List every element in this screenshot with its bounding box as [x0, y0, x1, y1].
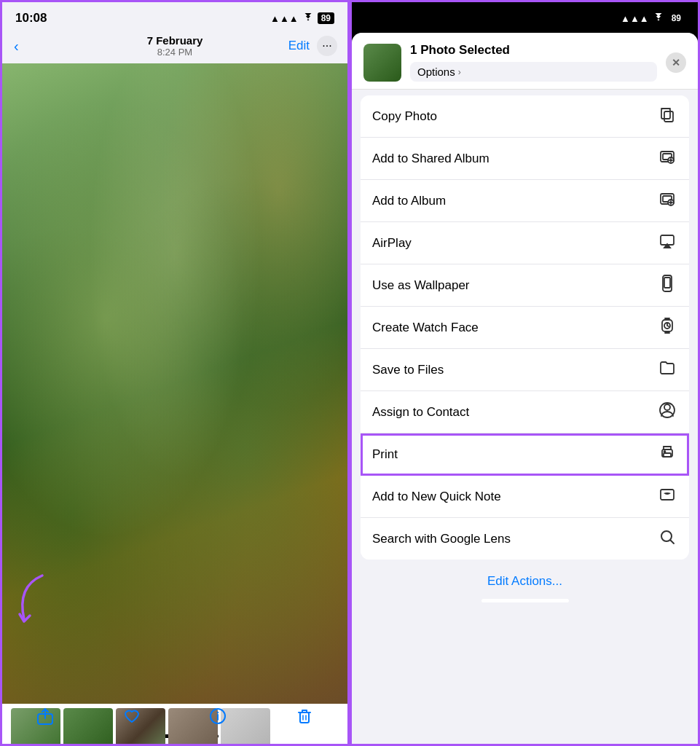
heart-button[interactable]	[122, 707, 141, 726]
svg-point-21	[664, 451, 666, 452]
copy-photo-icon	[657, 106, 677, 127]
thumbnail-2[interactable]	[63, 708, 113, 746]
info-button[interactable]	[208, 707, 227, 726]
nav-subtitle: 8:24 PM	[147, 47, 203, 58]
right-status-icons: ▲▲▲ 89	[621, 12, 685, 24]
more-icon: ···	[322, 39, 331, 52]
menu-item-airplay[interactable]: AirPlay	[361, 222, 689, 264]
airplay-icon	[657, 232, 677, 254]
print-icon	[657, 444, 677, 465]
share-sheet: 1 Photo Selected Options › ✕ Copy Photo	[352, 33, 698, 744]
menu-item-assign-contact[interactable]: Assign to Contact	[361, 391, 689, 433]
svg-rect-4	[664, 111, 673, 122]
left-battery: 89	[318, 12, 334, 24]
menu-item-wallpaper[interactable]: Use as Wallpaper	[361, 264, 689, 307]
google-lens-label: Search with Google Lens	[372, 532, 511, 546]
svg-point-2	[217, 712, 219, 713]
menu-item-print[interactable]: Print	[361, 433, 689, 476]
assign-contact-icon	[657, 401, 677, 423]
svg-rect-3	[300, 712, 309, 723]
share-title: 1 Photo Selected	[410, 43, 657, 58]
watch-face-label: Create Watch Face	[372, 321, 479, 335]
print-label: Print	[372, 447, 398, 462]
quick-note-icon	[657, 486, 677, 507]
share-header-inner: 1 Photo Selected Options ›	[410, 43, 657, 82]
svg-rect-20	[664, 453, 671, 457]
menu-section: Copy Photo Add to Shared Album	[361, 95, 689, 560]
menu-item-watch-face[interactable]: Create Watch Face	[361, 307, 689, 349]
add-album-icon	[657, 190, 677, 211]
share-header: 1 Photo Selected Options › ✕	[352, 33, 698, 90]
right-wifi-icon	[653, 13, 664, 24]
thumbnail-5[interactable]	[221, 708, 270, 746]
nav-bar: ‹ 7 February 8:24 PM Edit ···	[2, 31, 347, 63]
left-time: 10:08	[15, 11, 47, 25]
bottom-strip	[2, 704, 347, 744]
add-shared-album-icon	[657, 148, 677, 169]
wallpaper-icon	[657, 275, 677, 296]
save-files-label: Save to Files	[372, 363, 444, 377]
status-bar-right: 10:08 ▲▲▲ 89	[352, 2, 698, 31]
nav-title: 7 February	[147, 34, 203, 47]
svg-rect-14	[664, 278, 670, 288]
menu-item-quick-note[interactable]: Add to New Quick Note	[361, 476, 689, 518]
signal-icon: ▲▲▲	[270, 13, 299, 24]
edit-actions-link[interactable]: Edit Actions...	[487, 574, 562, 588]
watch-face-icon	[657, 317, 677, 338]
nav-title-block: 7 February 8:24 PM	[147, 34, 203, 58]
quick-note-label: Add to New Quick Note	[372, 490, 501, 504]
close-icon: ✕	[672, 57, 680, 68]
home-indicator-right	[481, 599, 569, 602]
edit-actions: Edit Actions...	[352, 565, 698, 594]
right-signal-icon: ▲▲▲	[621, 13, 649, 24]
svg-rect-5	[661, 109, 670, 119]
right-phone-panel: 10:08 ▲▲▲ 89 1 Photo Selected Options › …	[350, 0, 700, 746]
menu-item-copy-photo[interactable]: Copy Photo	[361, 95, 689, 138]
options-label: Options	[417, 66, 455, 78]
right-time: 10:08	[365, 11, 396, 25]
options-chevron-icon: ›	[458, 67, 461, 77]
menu-item-add-shared-album[interactable]: Add to Shared Album	[361, 138, 689, 180]
menu-item-add-album[interactable]: Add to Album	[361, 180, 689, 222]
share-button[interactable]	[36, 707, 55, 726]
add-shared-album-label: Add to Shared Album	[372, 152, 489, 166]
options-button[interactable]: Options ›	[410, 62, 657, 82]
menu-item-save-files[interactable]: Save to Files	[361, 349, 689, 391]
add-album-label: Add to Album	[372, 194, 446, 208]
nav-actions: Edit ···	[288, 36, 337, 56]
share-photo-thumbnail	[363, 44, 401, 82]
close-button[interactable]: ✕	[666, 52, 686, 73]
edit-button[interactable]: Edit	[288, 39, 310, 53]
status-bar-left: 10:08 ▲▲▲ 89	[2, 2, 347, 31]
menu-item-google-lens[interactable]: Search with Google Lens	[361, 518, 689, 560]
google-lens-icon	[657, 528, 677, 549]
main-photo	[2, 63, 347, 704]
left-phone-panel: 10:08 ▲▲▲ 89 ‹ 7 February 8:24 PM Edit ·…	[0, 0, 350, 746]
copy-photo-label: Copy Photo	[372, 109, 437, 124]
left-status-icons: ▲▲▲ 89	[270, 12, 334, 24]
back-button[interactable]: ‹	[14, 38, 19, 55]
svg-point-17	[664, 404, 670, 410]
more-button[interactable]: ···	[317, 36, 337, 56]
airplay-label: AirPlay	[372, 236, 412, 251]
wallpaper-label: Use as Wallpaper	[372, 278, 470, 293]
save-files-icon	[657, 359, 677, 380]
delete-button[interactable]	[295, 707, 314, 726]
wifi-icon	[302, 13, 314, 24]
assign-contact-label: Assign to Contact	[372, 405, 469, 420]
right-battery: 89	[668, 12, 685, 24]
